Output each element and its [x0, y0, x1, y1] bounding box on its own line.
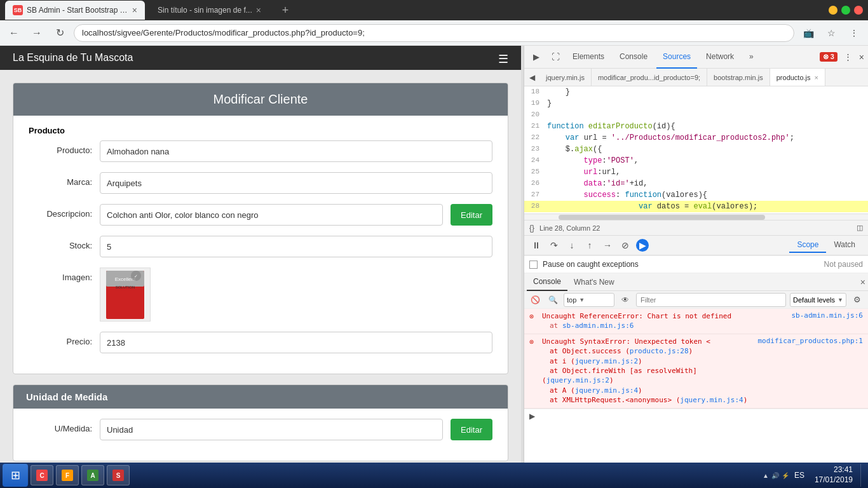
format-icon[interactable]: ◫	[857, 224, 863, 232]
file-tab-producto-label: producto.js	[776, 74, 811, 81]
console-tab-whats-new[interactable]: What's New	[567, 273, 621, 291]
active-tab[interactable]: SB SB Admin - Start Bootstrap Temp... ×	[5, 1, 145, 20]
error-2-sub-4: at A (jquery.min.js:4)	[542, 386, 642, 395]
error-2-link-3[interactable]: jquery.min.js:2	[546, 376, 609, 384]
error-icon-1: ⊗	[529, 312, 538, 321]
taskbar-app3[interactable]: A	[81, 465, 104, 485]
scrollbar-thumb[interactable]	[559, 215, 765, 220]
taskbar-app4[interactable]: S	[107, 465, 130, 485]
error-1-file-link[interactable]: sb-admin.min.js:6	[791, 311, 863, 320]
line-number: 21	[524, 121, 545, 132]
console-prompt-input[interactable]	[539, 412, 863, 421]
line-content: var url = '../Productos/modificar_produc…	[545, 132, 868, 144]
scope-tab-scope[interactable]: Scope	[789, 238, 826, 253]
code-line-21: 21 function editarProducto(id){	[524, 121, 868, 132]
address-bar[interactable]: localhost/sigvee/Gerente/Productos/modif…	[74, 24, 794, 42]
error-2-file[interactable]: modificar_productos.php:1	[757, 337, 863, 345]
devtools-tab-elements[interactable]: Elements	[566, 46, 611, 69]
descripcion-edit-button[interactable]: Editar	[451, 204, 492, 226]
maximize-button[interactable]	[841, 6, 850, 15]
nav-bar: ← → ↻ localhost/sigvee/Gerente/Productos…	[0, 20, 868, 46]
inactive-tab-close[interactable]: ×	[256, 5, 261, 15]
console-tab-console[interactable]: Console	[527, 273, 567, 291]
deactivate-btn[interactable]: ⊘	[618, 238, 632, 252]
code-horizontal-scrollbar[interactable]	[524, 214, 868, 220]
precio-input[interactable]	[100, 332, 492, 353]
line-content	[545, 109, 868, 121]
pause-exceptions-label: Pause on caught exceptions	[543, 260, 824, 269]
inactive-tab[interactable]: Sin título - sin imagen de f... ×	[150, 1, 269, 20]
producto-input[interactable]	[100, 140, 492, 162]
file-tabs-scroll-left[interactable]: ◀	[524, 69, 539, 86]
taskbar-chrome[interactable]: C	[31, 465, 53, 485]
close-button[interactable]	[854, 6, 863, 15]
start-button[interactable]: ⊞	[3, 464, 28, 487]
error-2-file-link[interactable]: modificar_productos.php:1	[757, 337, 863, 345]
console-filter-input[interactable]	[636, 293, 786, 307]
file-tab-modificar[interactable]: modificar_produ...id_producto=9;	[592, 69, 707, 86]
file-tab-jquery[interactable]: jquery.min.js	[539, 69, 592, 86]
console-gear-btn[interactable]: ⚙	[850, 293, 864, 307]
taskbar-firefox[interactable]: F	[56, 465, 79, 485]
umedida-input[interactable]	[100, 419, 443, 440]
line-number: 27	[524, 189, 545, 201]
line-number: 25	[524, 166, 545, 178]
show-desktop-btn[interactable]	[860, 464, 865, 487]
bookmark-icon[interactable]: ☆	[822, 24, 840, 42]
line-number: 24	[524, 155, 545, 166]
error-2-link-5[interactable]: jquery.min.js:4	[680, 396, 743, 404]
new-tab-button[interactable]: +	[276, 1, 294, 19]
console-eye-btn[interactable]: 👁	[618, 293, 632, 307]
svg-text:SOLUTION: SOLUTION	[116, 285, 135, 289]
descripcion-input[interactable]	[100, 204, 443, 226]
file-tab-bootstrap-label: bootstrap.min.js	[714, 74, 763, 81]
devtools-panel: ▶ ⛶ Elements Console Sources Network » ⊗…	[524, 46, 868, 463]
error-2-link-4[interactable]: jquery.min.js:4	[575, 386, 638, 395]
form-title: Modificar Cliente	[13, 83, 508, 116]
devtools-tab-network[interactable]: Network	[700, 46, 740, 69]
console-context-select[interactable]: top ▼	[564, 293, 614, 307]
step-btn[interactable]: →	[600, 238, 614, 252]
devtools-inspect-btn[interactable]: ▶	[528, 49, 545, 65]
menu-icon[interactable]: ☰	[498, 52, 508, 66]
devtools-close-btn[interactable]: ×	[859, 52, 864, 62]
error-1-link[interactable]: sb-admin.min.js:6	[562, 322, 634, 330]
minimize-button[interactable]	[829, 6, 837, 15]
pause-exceptions-checkbox[interactable]	[529, 261, 538, 269]
forward-button[interactable]: →	[28, 24, 46, 42]
console-levels-select[interactable]: Default levels ▼	[790, 293, 846, 307]
precio-row: Precio:	[29, 332, 492, 353]
error-2-link-1[interactable]: producto.js:28	[630, 347, 689, 355]
tab-close-button[interactable]: ×	[132, 5, 137, 15]
reload-button[interactable]: ↻	[51, 24, 69, 42]
devtools-tab-console[interactable]: Console	[613, 46, 654, 69]
marca-input[interactable]	[100, 172, 492, 194]
console-filter-btn[interactable]: 🔍	[546, 293, 560, 307]
tab-favicon: SB	[13, 5, 23, 15]
devtools-tab-more[interactable]: »	[743, 46, 760, 69]
error-icon-2: ⊗	[529, 337, 538, 346]
devtools-tab-sources[interactable]: Sources	[656, 46, 697, 69]
error-1-file[interactable]: sb-admin.min.js:6	[791, 311, 863, 320]
pause-btn[interactable]: ⏸	[529, 238, 543, 252]
file-tab-producto-close[interactable]: ×	[815, 74, 818, 81]
umedida-edit-button[interactable]: Editar	[451, 419, 492, 440]
cast-icon[interactable]: 📺	[799, 24, 817, 42]
console-close-btn[interactable]: ×	[860, 277, 865, 287]
console-clear-btn[interactable]: 🚫	[528, 293, 542, 307]
error-2-link-2[interactable]: jquery.min.js:2	[575, 357, 638, 365]
step-into-btn[interactable]: ↓	[565, 238, 579, 252]
devtools-device-btn[interactable]: ⛶	[547, 49, 564, 65]
format-btn[interactable]: {}	[529, 224, 534, 233]
stock-input[interactable]	[100, 236, 492, 257]
status-line-col: Line 28, Column 22	[539, 224, 600, 232]
devtools-settings-btn[interactable]: ⋮	[840, 49, 857, 65]
file-tab-bootstrap[interactable]: bootstrap.min.js	[707, 69, 770, 86]
play-btn[interactable]: ▶	[636, 239, 649, 252]
file-tab-producto[interactable]: producto.js ×	[770, 69, 825, 86]
settings-icon[interactable]: ⋮	[845, 24, 863, 42]
back-button[interactable]: ←	[5, 24, 23, 42]
step-over-btn[interactable]: ↷	[547, 238, 561, 252]
scope-tab-watch[interactable]: Watch	[826, 238, 863, 253]
step-out-btn[interactable]: ↑	[583, 238, 597, 252]
